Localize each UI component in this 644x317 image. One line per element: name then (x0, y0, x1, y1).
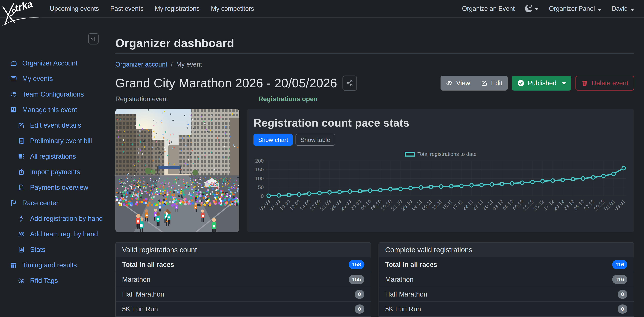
sidebar-item-all-registrations[interactable]: All registrations (0, 149, 111, 164)
sidebar-item-race-center[interactable]: Race center (0, 195, 111, 211)
page-title: Organizer dashboard (115, 36, 634, 50)
chevron-down-icon (597, 9, 601, 11)
svg-text:03.11: 03.11 (410, 199, 423, 211)
sidebar-item-preliminary-event-bill[interactable]: Preliminary event bill (0, 133, 111, 149)
svg-text:23.12: 23.12 (562, 199, 576, 212)
svg-text:150: 150 (255, 167, 264, 172)
share-button[interactable] (342, 75, 357, 91)
sidebar-item-organizer-account[interactable]: Organizer Account (0, 55, 111, 71)
svg-text:200: 200 (255, 158, 264, 164)
card-title: Valid registrations count (116, 243, 371, 257)
edit-button[interactable]: Edit (476, 76, 508, 90)
check-circle-icon (517, 79, 524, 87)
moon-stars-icon (525, 5, 532, 12)
svg-text:100: 100 (255, 176, 264, 181)
view-button[interactable]: View (440, 76, 476, 90)
eye-icon (446, 80, 453, 87)
svg-text:24.09: 24.09 (329, 199, 342, 212)
table-row: Total in all races 158 (116, 257, 371, 272)
svg-text:06.12: 06.12 (502, 199, 515, 212)
card-list-icon (10, 75, 17, 82)
box-arrow-in-up-icon (18, 168, 25, 176)
svg-text:09.12: 09.12 (512, 199, 525, 212)
top-navbar: trka Upcoming events Past events My regi… (0, 0, 644, 18)
event-photo (115, 109, 239, 232)
svg-text:15.11: 15.11 (441, 199, 454, 211)
svg-text:01.01: 01.01 (603, 199, 616, 212)
bar-chart-icon (18, 246, 25, 253)
sidebar-item-import-payments[interactable]: Import payments (0, 164, 111, 180)
sidebar-item-add-registration-by-hand[interactable]: Add registration by hand (0, 211, 111, 226)
valid-registrations-card: Valid registrations count Total in all r… (115, 242, 371, 317)
sidebar-item-edit-event-details[interactable]: Edit event details (0, 118, 111, 133)
nav-upcoming-events[interactable]: Upcoming events (50, 5, 99, 12)
svg-text:12.09: 12.09 (288, 199, 302, 212)
table-row: Marathon 116 (379, 272, 634, 287)
chart-title: Registration count pace stats (254, 116, 628, 129)
sidebar-item-rfid-tags[interactable]: Rfid Tags (0, 273, 111, 289)
show-chart-button[interactable]: Show chart (254, 134, 293, 146)
file-spreadsheet-icon (18, 184, 25, 191)
collapse-left-icon (90, 36, 96, 42)
count-badge: 116 (612, 260, 628, 269)
divider (115, 53, 634, 54)
svg-text:12.12: 12.12 (522, 199, 535, 212)
svg-text:03.01: 03.01 (613, 199, 626, 212)
lightning-icon (18, 215, 25, 222)
svg-text:29.09: 29.09 (350, 199, 362, 212)
nav-organize-event[interactable]: Organize an Event (462, 5, 515, 12)
pace-stats-card: Registration count pace stats Show chart… (247, 109, 634, 232)
svg-text:30.11: 30.11 (482, 199, 494, 211)
theme-dropdown[interactable] (525, 5, 539, 12)
count-badge: 0 (618, 290, 628, 299)
legend-label: Total registrations to date (418, 151, 476, 157)
breadcrumb-current: My event (176, 61, 202, 68)
count-badge: 155 (349, 275, 364, 284)
sidebar-item-team-configurations[interactable]: Team Configurations (0, 86, 111, 102)
table-row: Half Marathon 0 (116, 287, 371, 302)
sidebar-item-payments-overview[interactable]: Payments overview (0, 180, 111, 195)
wallet-icon (10, 59, 17, 67)
complete-registrations-card: Complete valid registrations Total in al… (378, 242, 634, 317)
svg-text:17.12: 17.12 (542, 199, 555, 212)
delete-event-button[interactable]: Delete event (576, 76, 634, 90)
svg-text:17.09: 17.09 (309, 199, 322, 212)
sidebar: Organizer Account My events Team Configu… (0, 18, 111, 317)
table-row: Half Marathon 0 (379, 287, 634, 302)
published-dropdown-button[interactable]: Published (512, 76, 572, 90)
svg-text:28.10: 28.10 (400, 199, 413, 212)
nav-my-competitors[interactable]: My competitors (211, 5, 254, 12)
sidebar-item-stats[interactable]: Stats (0, 242, 111, 257)
people-icon (18, 230, 25, 238)
svg-text:27.12: 27.12 (583, 199, 596, 212)
chevron-down-icon (562, 82, 566, 85)
svg-text:05.09: 05.09 (258, 199, 271, 212)
svg-text:10.09: 10.09 (278, 199, 292, 212)
sidebar-item-add-team-reg-by-hand[interactable]: Add team reg. by hand (0, 226, 111, 242)
pencil-square-icon (481, 80, 488, 87)
chart-legend[interactable]: Total registrations to date (254, 151, 628, 157)
nav-past-events[interactable]: Past events (110, 5, 144, 12)
flag-icon (10, 199, 17, 207)
nav-user-menu[interactable]: David (612, 5, 634, 12)
breadcrumb-separator: / (171, 61, 172, 68)
svg-text:25.12: 25.12 (573, 199, 586, 212)
nav-my-registrations[interactable]: My registrations (155, 5, 200, 12)
sidebar-collapse-button[interactable] (88, 33, 98, 44)
show-table-button[interactable]: Show table (296, 134, 335, 146)
sidebar-item-timing-and-results[interactable]: Timing and results (0, 257, 111, 273)
chevron-down-icon (630, 9, 634, 11)
card-title: Complete valid registrations (379, 243, 634, 257)
main-menu: Upcoming events Past events My registrat… (50, 5, 254, 12)
nav-organizer-panel[interactable]: Organizer Panel (549, 5, 601, 12)
svg-text:12.11: 12.11 (431, 199, 444, 211)
sidebar-item-my-events[interactable]: My events (0, 71, 111, 86)
brand-logo[interactable]: trka (1, 0, 46, 26)
table-row: 5K Fun Run 0 (116, 302, 371, 317)
chevron-down-icon (535, 8, 539, 10)
breadcrumb-organizer-account[interactable]: Organizer account (115, 61, 167, 68)
view-edit-button-group: View Edit (440, 76, 508, 90)
svg-text:07.09: 07.09 (268, 199, 281, 212)
legend-swatch (405, 152, 415, 157)
sidebar-item-manage-this-event[interactable]: Manage this event (0, 102, 111, 118)
